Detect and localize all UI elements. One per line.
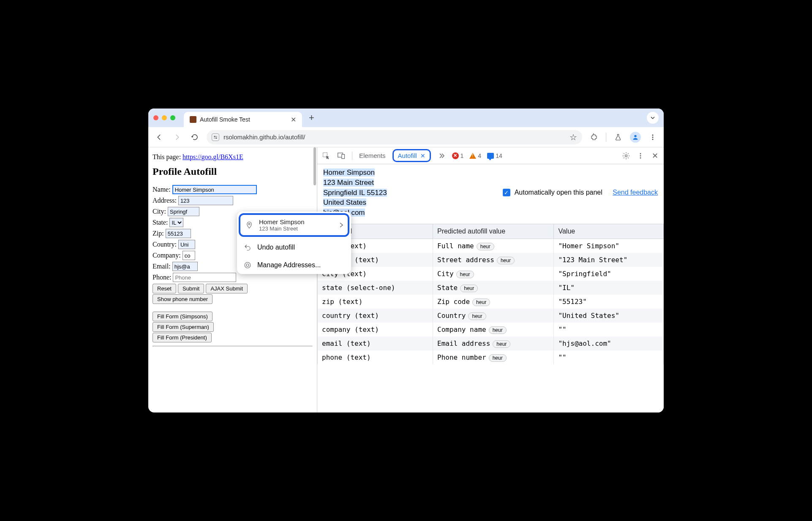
browser-window: Autofill Smoke Test ✕ + rsolomakhin.gith…	[148, 109, 664, 412]
manage-addresses-item[interactable]: Manage Addresses...	[237, 256, 351, 274]
cell-predicted: Full nameheur	[433, 239, 554, 253]
ajax-submit-button[interactable]: AJAX Submit	[206, 284, 248, 293]
close-window-button[interactable]	[153, 115, 158, 120]
cell-field: state (select-one)	[318, 281, 433, 295]
content-area: This page: https://goo.gl/B6Xs1E Profile…	[148, 147, 664, 412]
email-input[interactable]	[172, 262, 198, 271]
error-icon: ✕	[452, 152, 459, 159]
cell-field: country (text)	[318, 309, 433, 323]
elements-tab[interactable]: Elements	[358, 150, 387, 161]
profile-button[interactable]	[630, 132, 641, 143]
send-feedback-link[interactable]: Send feedback	[613, 189, 658, 196]
manage-label: Manage Addresses...	[257, 261, 321, 269]
cell-predicted: Countryheur	[433, 309, 554, 323]
company-input[interactable]	[183, 251, 195, 260]
arrow-right-icon	[173, 133, 181, 141]
address-bar[interactable]: rsolomakhin.github.io/autofill/ ☆	[207, 130, 582, 144]
auto-open-checkbox[interactable]: ✓	[503, 189, 510, 196]
heur-pill: heur	[468, 312, 486, 320]
site-settings-icon[interactable]	[212, 133, 219, 141]
autofill-address-block: Homer Simpson 123 Main Street Springfiel…	[323, 168, 393, 218]
arrow-left-icon	[155, 133, 163, 141]
page-short-link[interactable]: https://goo.gl/B6Xs1E	[183, 153, 243, 160]
error-count[interactable]: ✕ 1	[452, 152, 464, 159]
back-button[interactable]	[153, 131, 165, 143]
window-controls	[153, 115, 175, 120]
more-tabs-icon[interactable]	[437, 152, 446, 159]
address-input[interactable]	[178, 196, 233, 205]
cell-field: email (text)	[318, 336, 433, 350]
cell-value: "IL"	[554, 281, 664, 295]
svg-point-3	[216, 137, 217, 138]
separator	[352, 152, 352, 160]
table-row: email (text)Email addressheur"hjs@aol.co…	[318, 336, 664, 350]
forward-button[interactable]	[171, 131, 183, 143]
table-row: country (text)Countryheur"United States"	[318, 309, 664, 323]
devtools-tabbar: Elements Autofill ✕ ✕ 1 4	[317, 147, 664, 164]
device-toggle-icon[interactable]	[337, 152, 346, 160]
autofill-popup: Homer Simpson 123 Main Street Undo autof…	[237, 212, 351, 274]
city-label: City:	[153, 208, 166, 215]
chevron-down-icon	[650, 115, 655, 120]
fill-superman-button[interactable]: Fill Form (Superman)	[153, 322, 214, 332]
page-scrollbar[interactable]	[313, 147, 317, 412]
cell-field: company (text)	[318, 323, 433, 336]
autofill-suggestion[interactable]: Homer Simpson 123 Main Street	[239, 213, 349, 237]
minimize-window-button[interactable]	[162, 115, 167, 120]
browser-tab[interactable]: Autofill Smoke Test ✕	[184, 112, 302, 127]
svg-point-17	[640, 157, 641, 158]
table-row: zip (text)Zip codeheur"55123"	[318, 295, 664, 309]
settings-icon[interactable]	[621, 152, 631, 160]
svg-point-7	[652, 138, 654, 140]
undo-autofill-item[interactable]: Undo autofill	[237, 239, 351, 256]
name-label: Name:	[153, 186, 171, 193]
reset-button[interactable]: Reset	[153, 284, 176, 293]
maximize-window-button[interactable]	[170, 115, 175, 120]
devtools-menu-icon[interactable]	[636, 152, 645, 159]
tab-search-button[interactable]	[647, 112, 659, 124]
show-phone-button[interactable]: Show phone number	[153, 294, 213, 304]
cell-value: "123 Main Street"	[554, 253, 664, 267]
state-select[interactable]: IL	[169, 218, 183, 227]
company-label: Company:	[153, 252, 181, 259]
inspect-icon[interactable]	[322, 152, 331, 160]
svg-point-2	[214, 136, 215, 137]
table-row: address (text)Street addressheur"123 Mai…	[318, 253, 664, 267]
cell-predicted: Street addressheur	[433, 253, 554, 267]
message-icon	[487, 153, 494, 159]
info-count[interactable]: 14	[487, 152, 502, 159]
reload-button[interactable]	[189, 131, 201, 143]
zip-input[interactable]	[166, 229, 191, 238]
country-input[interactable]	[178, 240, 195, 249]
cell-value: "United States"	[554, 309, 664, 323]
address-label: Address:	[153, 197, 177, 204]
table-row: city (text)Cityheur"Springfield"	[318, 267, 664, 281]
close-panel-icon[interactable]: ✕	[420, 152, 425, 159]
cell-value: "Springfield"	[554, 267, 664, 281]
cell-value: "55123"	[554, 295, 664, 309]
reload-icon	[191, 133, 199, 141]
cell-value: ""	[554, 350, 664, 364]
name-input[interactable]	[172, 185, 257, 194]
autofill-tab[interactable]: Autofill ✕	[392, 149, 431, 162]
heur-pill: heur	[497, 257, 515, 264]
city-input[interactable]	[168, 207, 199, 216]
state-label: State:	[153, 219, 168, 226]
heur-pill: heur	[489, 354, 507, 362]
heur-pill: heur	[477, 243, 494, 250]
submit-button[interactable]: Submit	[178, 284, 204, 293]
extensions-button[interactable]	[588, 131, 600, 143]
labs-button[interactable]	[612, 131, 624, 143]
svg-point-4	[634, 135, 636, 137]
fill-president-button[interactable]: Fill Form (President)	[153, 333, 212, 342]
phone-input[interactable]	[173, 273, 236, 282]
fill-simpsons-button[interactable]: Fill Form (Simpsons)	[153, 312, 213, 321]
warning-count[interactable]: 4	[469, 152, 481, 159]
bookmark-icon[interactable]: ☆	[569, 132, 577, 142]
svg-point-15	[640, 153, 641, 154]
close-tab-icon[interactable]: ✕	[291, 116, 296, 124]
close-devtools-icon[interactable]: ✕	[650, 151, 659, 160]
cell-value: "hjs@aol.com"	[554, 336, 664, 350]
menu-button[interactable]	[647, 131, 659, 143]
new-tab-button[interactable]: +	[309, 112, 314, 123]
